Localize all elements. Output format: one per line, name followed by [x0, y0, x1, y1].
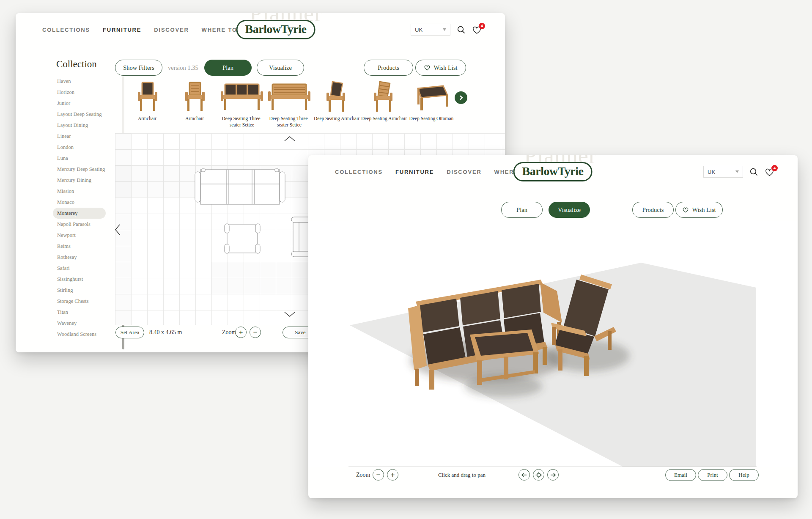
product-settee-dark[interactable]: Deep Seating Three-seater Settee [218, 80, 266, 128]
product-thumbnail [220, 80, 264, 113]
pan-up-button[interactable] [283, 135, 296, 144]
plan-item-ottoman[interactable] [224, 223, 261, 256]
product-armchair-dark[interactable]: Armchair [123, 80, 171, 128]
chevron-up-icon [283, 135, 296, 142]
zoom-out-button[interactable]: − [373, 469, 384, 481]
sidebar-item[interactable]: Layout Dining [53, 120, 106, 131]
email-button[interactable]: Email [665, 469, 696, 481]
sidebar-item[interactable]: Titan [53, 307, 106, 318]
carousel-next-button[interactable] [455, 91, 467, 104]
sidebar-item[interactable]: Waveney [53, 318, 106, 329]
product-thumbnail [134, 80, 161, 113]
product-thumbnail [267, 80, 311, 113]
sidebar-item[interactable]: Horizon [53, 87, 106, 98]
sidebar-item[interactable]: Stirling [53, 285, 106, 296]
rotate-left-button[interactable] [518, 469, 530, 481]
nav-furniture[interactable]: FURNITURE [395, 169, 434, 175]
wish-list-button[interactable]: Wish List [675, 202, 723, 218]
visualize-window: Planner COLLECTIONS FURNITURE DISCOVER W… [308, 155, 798, 498]
product-name: Armchair [138, 115, 156, 122]
product-name: Deep Seating Armchair [361, 115, 407, 122]
heart-icon [682, 207, 689, 213]
nav-collections[interactable]: COLLECTIONS [42, 27, 90, 33]
nav-collections[interactable]: COLLECTIONS [335, 169, 383, 175]
sidebar-item[interactable]: Layout Deep Seating [53, 109, 106, 120]
chevron-right-icon [458, 95, 464, 100]
search-button[interactable] [457, 25, 466, 34]
region-select[interactable]: UK [411, 24, 450, 36]
tab-visualize[interactable]: Visualize [549, 202, 590, 218]
sidebar-item-selected[interactable]: Monterey [53, 208, 106, 219]
crosshair-icon [535, 472, 542, 478]
header-controls: UK 4 [411, 24, 482, 36]
collection-list: Haven Horizon Junior Layout Deep Seating… [53, 76, 106, 340]
brand-logo[interactable]: BarlowTyrie [513, 162, 593, 181]
chevron-down-icon [283, 311, 296, 318]
nav-discover[interactable]: DISCOVER [447, 169, 481, 175]
search-icon [749, 168, 758, 176]
nav-furniture[interactable]: FURNITURE [103, 27, 141, 33]
zoom-in-button[interactable]: + [387, 469, 398, 481]
render-canvas[interactable] [308, 221, 798, 467]
top-nav: COLLECTIONS FURNITURE DISCOVER WHERE TO … [16, 13, 505, 46]
tab-plan[interactable]: Plan [204, 60, 252, 76]
wishlist-button[interactable]: 4 [765, 168, 774, 176]
product-thumbnail [370, 80, 398, 113]
sidebar-item[interactable]: Junior [53, 98, 106, 109]
nav-links: COLLECTIONS FURNITURE DISCOVER WHERE TO … [42, 27, 253, 33]
product-thumbnail [181, 80, 208, 113]
sidebar-item[interactable]: Sissinghurst [53, 274, 106, 285]
product-name: Deep Seating Three-seater Settee [219, 115, 265, 128]
product-armchair-teak[interactable]: Armchair [171, 80, 218, 128]
sidebar-item[interactable]: Newport [53, 230, 106, 241]
sidebar-item[interactable]: Storage Chests [53, 296, 106, 307]
rotate-right-button[interactable] [547, 469, 559, 481]
pan-down-button[interactable] [283, 311, 296, 319]
help-button[interactable]: Help [729, 469, 759, 481]
version-label: version 1.35 [168, 60, 198, 76]
wish-list-button[interactable]: Wish List [415, 60, 466, 76]
sidebar-item[interactable]: Napoli Parasols [53, 219, 106, 230]
search-icon [457, 25, 466, 34]
product-thumbnail [412, 80, 451, 113]
sidebar-item[interactable]: Reims [53, 241, 106, 252]
pan-left-button[interactable] [114, 223, 121, 238]
sidebar-item[interactable]: Woodland Screens [53, 329, 106, 340]
reset-view-button[interactable] [533, 469, 544, 481]
region-select[interactable]: UK [703, 166, 743, 178]
sidebar-item[interactable]: Mission [53, 186, 106, 197]
arrow-left-icon [521, 472, 527, 478]
sidebar-item[interactable]: Monaco [53, 197, 106, 208]
tab-visualize[interactable]: Visualize [257, 60, 304, 76]
wishlist-button[interactable]: 4 [472, 25, 482, 34]
print-button[interactable]: Print [698, 469, 727, 481]
zoom-label: Zoom [356, 469, 370, 481]
sidebar-item[interactable]: Haven [53, 76, 106, 87]
region-select-value: UK [708, 169, 715, 175]
sidebar-item[interactable]: Safari [53, 263, 106, 274]
search-button[interactable] [749, 168, 758, 176]
show-filters-button[interactable]: Show Filters [115, 60, 162, 76]
plan-item-settee[interactable] [195, 168, 285, 207]
product-ottoman[interactable]: Deep Seating Ottoman [408, 80, 455, 128]
region-select-value: UK [415, 27, 422, 33]
sidebar-item[interactable]: Luna [53, 153, 106, 164]
products-button[interactable]: Products [632, 202, 674, 218]
tab-plan[interactable]: Plan [501, 202, 543, 218]
sidebar-item[interactable]: Mercury Deep Seating [53, 164, 106, 175]
set-area-button[interactable]: Set Area [115, 327, 144, 338]
product-ds-armchair-dark[interactable]: Deep Seating Armchair [313, 80, 360, 128]
product-name: Deep Seating Three-seater Settee [266, 115, 312, 128]
sidebar-item[interactable]: Mercury Dining [53, 175, 106, 186]
zoom-out-button[interactable]: − [250, 327, 261, 338]
product-settee-teak[interactable]: Deep Seating Three-seater Settee [266, 80, 313, 128]
sidebar-item[interactable]: London [53, 142, 106, 153]
sidebar-item[interactable]: Linear [53, 131, 106, 142]
zoom-in-button[interactable]: + [235, 327, 247, 338]
nav-discover[interactable]: DISCOVER [154, 27, 189, 33]
sidebar-item[interactable]: Rothesay [53, 252, 106, 263]
brand-logo[interactable]: BarlowTyrie [236, 20, 315, 39]
products-button[interactable]: Products [364, 60, 413, 76]
product-ds-armchair-teak[interactable]: Deep Seating Armchair [360, 80, 408, 128]
wish-list-label: Wish List [692, 206, 716, 214]
